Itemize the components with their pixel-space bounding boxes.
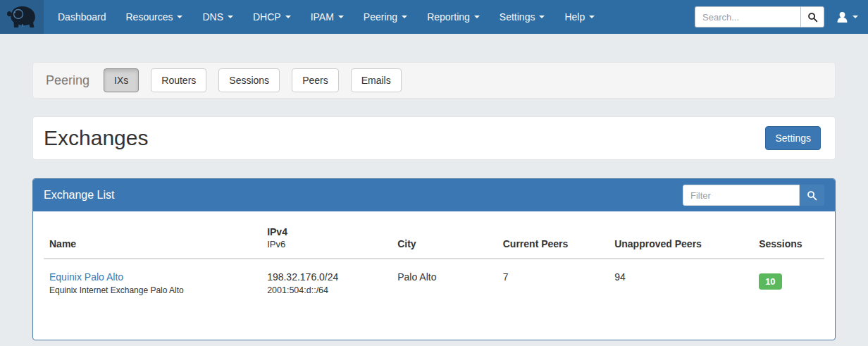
cell-name: Equinix Palo Alto Equinix Internet Excha… — [44, 259, 261, 301]
caret-down-icon — [228, 16, 233, 18]
panel-title: Exchange List — [44, 189, 115, 202]
page-title: Exchanges — [44, 125, 148, 152]
nav-item-label: Dashboard — [58, 11, 106, 23]
ipv4-value: 198.32.176.0/24 — [267, 271, 386, 283]
caret-down-icon — [177, 16, 182, 18]
nav-item-label: Resources — [126, 11, 173, 23]
tab-peers[interactable]: Peers — [292, 68, 339, 92]
elephant-logo-icon — [6, 4, 38, 30]
cell-current-peers: 7 — [497, 259, 609, 301]
search-input[interactable] — [695, 6, 800, 27]
page-header-panel: Exchanges Settings — [32, 116, 836, 160]
exchange-list-header: Exchange List — [33, 179, 835, 211]
nav-item-label: Settings — [500, 11, 535, 23]
caret-down-icon — [338, 16, 344, 18]
nav-item-peering[interactable]: Peering — [354, 0, 417, 34]
col-header-name: Name — [44, 222, 261, 259]
search-icon — [807, 12, 818, 23]
col-header-ipv4: IPv4 — [267, 226, 386, 237]
tab-routers[interactable]: Routers — [151, 68, 206, 92]
peering-toolbar-label: Peering — [46, 73, 89, 88]
cell-sessions: 10 — [753, 259, 824, 301]
caret-down-icon — [285, 16, 291, 18]
caret-down-icon — [852, 16, 858, 18]
cell-ip: 198.32.176.0/24 2001:504:d::/64 — [261, 259, 392, 301]
exchange-list-body: Name IPv4 IPv6 City Current Peers Unappr… — [33, 211, 835, 340]
filter-input[interactable] — [683, 185, 800, 206]
sessions-badge[interactable]: 10 — [759, 273, 781, 290]
navbar-right — [695, 6, 868, 27]
table-header-row: Name IPv4 IPv6 City Current Peers Unappr… — [44, 222, 824, 259]
nav-item-label: DHCP — [253, 11, 281, 23]
top-navbar: Dashboard Resources DNS DHCP IPAM Peerin… — [0, 0, 868, 34]
filter-group — [683, 185, 824, 206]
search-button[interactable] — [800, 6, 824, 27]
user-menu[interactable] — [836, 11, 858, 24]
cell-city: Palo Alto — [392, 259, 497, 301]
col-header-ip: IPv4 IPv6 — [261, 222, 392, 259]
provision-logo[interactable] — [0, 0, 44, 34]
col-header-current-peers: Current Peers — [497, 222, 609, 259]
nav-item-reporting[interactable]: Reporting — [417, 0, 490, 34]
peering-toolbar: Peering IXs Routers Sessions Peers Email… — [32, 62, 836, 99]
table-row: Equinix Palo Alto Equinix Internet Excha… — [44, 259, 824, 301]
nav-item-settings[interactable]: Settings — [490, 0, 555, 34]
nav-item-dns[interactable]: DNS — [192, 0, 243, 34]
nav-item-help[interactable]: Help — [554, 0, 604, 34]
nav-item-resources[interactable]: Resources — [116, 0, 193, 34]
nav-item-label: IPAM — [311, 11, 334, 23]
caret-down-icon — [539, 16, 545, 18]
col-header-ipv6: IPv6 — [267, 239, 386, 249]
settings-button[interactable]: Settings — [765, 126, 821, 150]
main-menu: Dashboard Resources DNS DHCP IPAM Peerin… — [48, 0, 604, 34]
tab-ixs[interactable]: IXs — [104, 68, 139, 92]
ipv6-value: 2001:504:d::/64 — [267, 285, 386, 295]
col-header-sessions: Sessions — [753, 222, 824, 259]
nav-item-label: Peering — [364, 11, 397, 23]
global-search-group — [695, 6, 824, 27]
caret-down-icon — [589, 16, 595, 18]
exchange-list-panel: Exchange List — [32, 178, 836, 340]
main-content: Peering IXs Routers Sessions Peers Email… — [32, 62, 836, 340]
nav-item-dashboard[interactable]: Dashboard — [48, 0, 116, 34]
page: Dashboard Resources DNS DHCP IPAM Peerin… — [0, 0, 868, 340]
caret-down-icon — [402, 16, 407, 18]
nav-item-ipam[interactable]: IPAM — [301, 0, 354, 34]
exchange-description: Equinix Internet Exchange Palo Alto — [49, 285, 256, 295]
nav-item-label: Help — [564, 11, 585, 23]
filter-search-button[interactable] — [800, 185, 824, 206]
cell-unapproved-peers: 94 — [609, 259, 753, 301]
user-icon — [836, 11, 849, 24]
tab-sessions[interactable]: Sessions — [218, 68, 280, 92]
nav-item-label: DNS — [202, 11, 223, 23]
caret-down-icon — [474, 16, 480, 18]
exchange-link[interactable]: Equinix Palo Alto — [49, 271, 123, 283]
col-header-city: City — [392, 222, 497, 259]
tab-emails[interactable]: Emails — [351, 68, 402, 92]
search-icon — [807, 190, 817, 201]
nav-item-dhcp[interactable]: DHCP — [243, 0, 301, 34]
exchange-table: Name IPv4 IPv6 City Current Peers Unappr… — [44, 222, 824, 301]
nav-item-label: Reporting — [427, 11, 470, 23]
col-header-unapproved-peers: Unapproved Peers — [609, 222, 753, 259]
